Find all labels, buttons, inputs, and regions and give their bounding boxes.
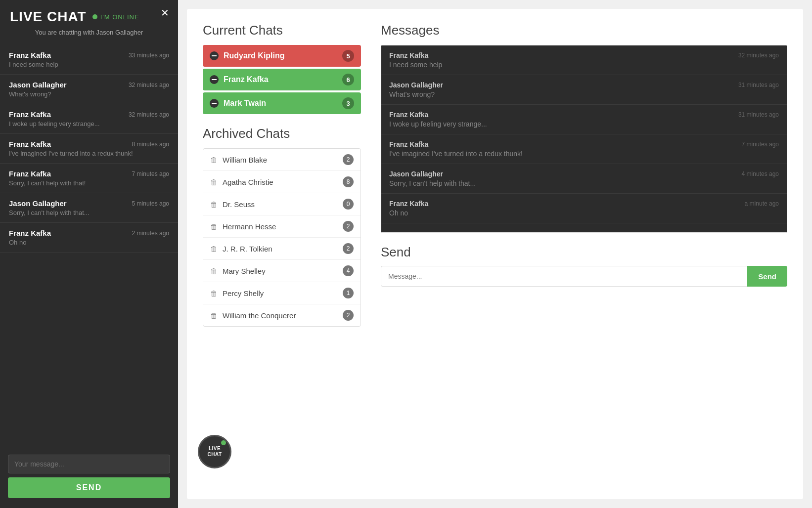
archived-chat-badge: 2 (343, 310, 354, 321)
archived-chat-name: Percy Shelly (223, 289, 264, 297)
message-time: 31 minutes ago (738, 82, 779, 88)
chat-item-time: 5 minutes ago (132, 200, 169, 207)
sidebar-chat-item[interactable]: Jason Gallagher 32 minutes ago What's wr… (0, 75, 178, 104)
message-text: I've imagined I've turned into a redux t… (389, 150, 779, 158)
message-header: Jason Gallagher 4 minutes ago (389, 170, 779, 178)
archived-chat-badge: 4 (343, 265, 354, 276)
chat-item-name: Jason Gallagher (9, 81, 67, 89)
archived-chat-badge: 2 (343, 221, 354, 232)
current-chat-left: Franz Kafka (210, 75, 269, 84)
message-text: I need some help (389, 61, 779, 69)
send-title: Send (381, 245, 787, 260)
current-chat-item[interactable]: Mark Twain 3 (203, 92, 361, 114)
live-chat-float-button[interactable]: LIVECHAT (198, 435, 231, 468)
archived-chat-badge: 2 (343, 154, 354, 165)
online-label: I'M ONLINE (100, 13, 139, 21)
current-chat-name: Rudyard Kipling (224, 51, 285, 60)
archived-chat-name: William the Conquerer (223, 311, 296, 320)
archived-chat-left: 🗑 Percy Shelly (210, 289, 264, 297)
current-chat-item[interactable]: Franz Kafka 6 (203, 69, 361, 90)
messages-title: Messages (381, 23, 787, 38)
chat-item-message: I've imagined I've turned into a redux t… (9, 150, 169, 157)
current-chat-name: Franz Kafka (224, 75, 269, 84)
message-time: 32 minutes ago (738, 52, 779, 59)
current-chat-badge: 5 (342, 50, 354, 62)
message-time: 4 minutes ago (742, 170, 779, 177)
archived-chat-item[interactable]: 🗑 William the Conquerer 2 (203, 304, 361, 326)
archived-chat-badge: 0 (343, 199, 354, 210)
online-badge: I'M ONLINE (92, 13, 139, 21)
current-chat-left: Rudyard Kipling (210, 51, 285, 60)
message-header: Franz Kafka 7 minutes ago (389, 140, 779, 148)
sidebar-chat-item[interactable]: Franz Kafka 32 minutes ago I woke up fee… (0, 104, 178, 134)
message-text: Sorry, I can't help with that... (389, 179, 779, 187)
sidebar-chat-item[interactable]: Jason Gallagher 5 minutes ago Sorry, I c… (0, 193, 178, 223)
archived-chat-left: 🗑 Dr. Seuss (210, 200, 255, 209)
sidebar-chat-item[interactable]: Franz Kafka 7 minutes ago Sorry, I can't… (0, 164, 178, 193)
archived-chat-left: 🗑 J. R. R. Tolkien (210, 245, 272, 253)
archived-chat-name: Dr. Seuss (223, 200, 255, 209)
message-text: Oh no (389, 209, 779, 217)
archived-chat-item[interactable]: 🗑 J. R. R. Tolkien 2 (203, 238, 361, 260)
minus-icon (210, 75, 219, 84)
archived-chat-name: Hermann Hesse (223, 222, 276, 231)
close-icon[interactable]: ✕ (161, 7, 169, 19)
message-text: What's wrong? (389, 90, 779, 98)
sidebar-chat-item[interactable]: Franz Kafka 33 minutes ago I need some h… (0, 45, 178, 75)
messages-list[interactable]: Franz Kafka 32 minutes ago I need some h… (381, 45, 787, 233)
archived-chat-badge: 1 (343, 288, 354, 298)
send-message-input[interactable] (381, 266, 747, 287)
current-chat-item[interactable]: Rudyard Kipling 5 (203, 45, 361, 67)
archived-chats-list: 🗑 William Blake 2 🗑 Agatha Christie 8 🗑 … (203, 148, 361, 327)
archived-chat-item[interactable]: 🗑 William Blake 2 (203, 149, 361, 171)
sidebar-chat-item[interactable]: Franz Kafka 2 minutes ago Oh no (0, 223, 178, 253)
chat-item-time: 7 minutes ago (132, 170, 169, 177)
chat-item-message: I woke up feeling very strange... (9, 120, 169, 127)
sidebar-send-button[interactable]: SEND (8, 477, 170, 498)
message-sender: Jason Gallagher (389, 81, 443, 89)
chat-item-time: 8 minutes ago (132, 141, 169, 148)
archived-chat-name: Agatha Christie (223, 178, 273, 186)
archived-chat-badge: 2 (343, 243, 354, 254)
minus-icon (210, 51, 219, 60)
chat-item-name: Franz Kafka (9, 229, 51, 237)
trash-icon: 🗑 (210, 267, 218, 275)
current-chat-badge: 6 (342, 74, 354, 85)
message-sender: Franz Kafka (389, 140, 428, 148)
current-chat-left: Mark Twain (210, 99, 266, 108)
message-item: Franz Kafka 7 minutes ago I've imagined … (381, 134, 787, 164)
chatting-with: You are chatting with Jason Gallagher (10, 25, 168, 41)
sidebar-title: LIVE CHAT I'M ONLINE (10, 9, 168, 25)
archived-chat-item[interactable]: 🗑 Mary Shelley 4 (203, 260, 361, 282)
sidebar-message-input[interactable] (8, 455, 170, 473)
archived-chat-name: Mary Shelley (223, 267, 266, 275)
message-time: 7 minutes ago (742, 141, 779, 148)
archived-chat-left: 🗑 William Blake (210, 156, 267, 164)
chat-item-message: What's wrong? (9, 90, 169, 98)
archived-chat-item[interactable]: 🗑 Agatha Christie 8 (203, 171, 361, 193)
archived-chat-item[interactable]: 🗑 Dr. Seuss 0 (203, 193, 361, 215)
message-item: Franz Kafka 31 minutes ago I woke up fee… (381, 105, 787, 134)
archived-chat-left: 🗑 Hermann Hesse (210, 222, 276, 231)
trash-icon: 🗑 (210, 222, 218, 231)
chat-item-time: 32 minutes ago (129, 111, 169, 118)
minus-icon (210, 99, 219, 108)
message-sender: Franz Kafka (389, 111, 428, 119)
message-item: Franz Kafka a minute ago Oh no (381, 194, 787, 223)
archived-chat-left: 🗑 William the Conquerer (210, 311, 296, 320)
archived-chat-item[interactable]: 🗑 Hermann Hesse 2 (203, 215, 361, 238)
messages-panel: Messages Franz Kafka 32 minutes ago I ne… (381, 23, 787, 485)
archived-chat-name: J. R. R. Tolkien (223, 245, 272, 253)
current-chats-title: Current Chats (203, 23, 361, 38)
current-chat-name: Mark Twain (224, 99, 266, 108)
chats-panel: Current Chats Rudyard Kipling 5 Franz Ka… (203, 23, 361, 485)
send-button[interactable]: Send (747, 266, 787, 287)
message-header: Franz Kafka 32 minutes ago (389, 51, 779, 59)
chat-item-message: Oh no (9, 239, 169, 246)
sidebar-chat-item[interactable]: Franz Kafka 8 minutes ago I've imagined … (0, 134, 178, 164)
trash-icon: 🗑 (210, 245, 218, 253)
current-chats-list: Rudyard Kipling 5 Franz Kafka 6 Mark Twa… (203, 45, 361, 114)
archived-chat-item[interactable]: 🗑 Percy Shelly 1 (203, 282, 361, 304)
message-text: I woke up feeling very strange... (389, 120, 779, 128)
chat-item-time: 33 minutes ago (129, 52, 169, 59)
